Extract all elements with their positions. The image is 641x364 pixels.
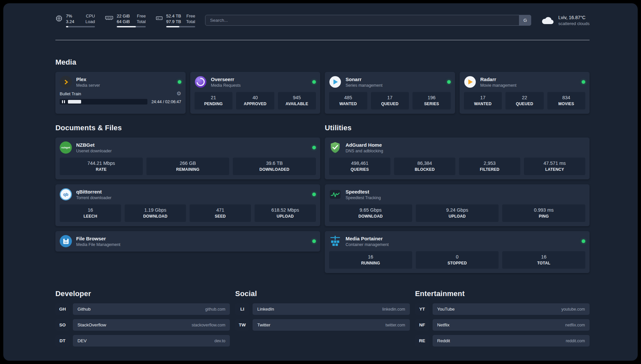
link-twitter[interactable]: TW Twitter twitter.com <box>235 319 410 331</box>
section-title-social: Social <box>235 289 410 298</box>
link-name: StackOverflow <box>77 322 106 327</box>
card-radarr[interactable]: Radarr Movie management 17 WANTED 22 QUE… <box>460 72 590 114</box>
app-name: Speedtest <box>346 189 381 195</box>
hard-drive-icon <box>156 15 163 21</box>
weather-widget[interactable]: Lviv, 16.87°C scattered clouds <box>541 15 590 26</box>
link-pill[interactable]: Reddit reddit.com <box>433 335 590 347</box>
qbittorrent-icon: qb <box>60 188 72 200</box>
card-portainer[interactable]: Media Portainer Container management 16 … <box>325 231 590 273</box>
status-dot <box>312 239 316 243</box>
link-url: reddit.com <box>566 339 585 343</box>
link-url: stackoverflow.com <box>192 323 225 327</box>
card-qbittorrent[interactable]: qb qBittorrent Torrent downloader 16 <box>55 184 320 226</box>
stat-wanted: 17 WANTED <box>464 92 502 109</box>
linkedin-abbr-icon: LI <box>235 303 249 315</box>
card-nzbget[interactable]: nzbget NZBGet Usenet downloader 744.21 M… <box>55 137 320 179</box>
cpu-load-value: 3.24 <box>66 19 74 24</box>
link-name: Reddit <box>437 338 450 343</box>
link-linkedin[interactable]: LI LinkedIn linkedin.com <box>235 303 410 315</box>
disk-total-value: 97.9 TB <box>166 19 181 24</box>
app-description: Torrent downloader <box>76 196 111 200</box>
search-input[interactable] <box>205 15 531 26</box>
app-description: Media File Management <box>76 242 120 247</box>
stat-filtered: 2,953 FILTERED <box>459 158 520 175</box>
disk-usage-bar <box>166 26 195 27</box>
media-grid: Plex Media server Bullet Train ⚙ 24:44 /… <box>55 72 590 114</box>
status-dot <box>178 80 181 84</box>
app-name: AdGuard Home <box>346 142 383 148</box>
documents-files-column: Documents & Files nzbget NZBGet Usenet d… <box>55 124 320 252</box>
developer-section: Developer GH Github github.com SO StackO… <box>55 289 230 347</box>
card-overseerr[interactable]: Overseerr Media Requests 21 PENDING 40 A… <box>190 72 320 114</box>
status-dot <box>312 146 316 149</box>
link-pill[interactable]: YouTube youtube.com <box>433 303 590 315</box>
link-name: YouTube <box>437 307 455 312</box>
cpu-load-label: Load <box>85 19 95 24</box>
stat-downloaded: 39.6 TB DOWNLOADED <box>233 158 316 175</box>
link-stackoverflow[interactable]: SO StackOverflow stackoverflow.com <box>55 319 230 331</box>
link-dev[interactable]: DT DEV dev.to <box>55 335 230 347</box>
stat-series: 196 SERIES <box>412 92 451 109</box>
disk-widget: 52.4 TB Free 97.9 TB Total <box>156 13 195 27</box>
social-section: Social LI LinkedIn linkedin.com TW Twitt… <box>235 289 410 347</box>
cloud-icon <box>541 16 554 25</box>
youtube-abbr-icon: YT <box>415 303 429 315</box>
disk-free-value: 52.4 TB <box>166 13 181 19</box>
app-description: Movie management <box>480 83 517 88</box>
link-pill[interactable]: DEV dev.to <box>73 335 230 347</box>
adguard-icon <box>329 141 341 154</box>
link-pill[interactable]: StackOverflow stackoverflow.com <box>73 319 230 331</box>
stat-pending: 21 PENDING <box>195 92 233 109</box>
search-provider-button[interactable]: G <box>519 15 531 26</box>
link-url: github.com <box>205 307 225 312</box>
memory-total-label: Total <box>137 19 146 24</box>
app-description: DNS and adblocking <box>346 149 383 153</box>
disk-total-label: Total <box>186 19 195 24</box>
playback-progress-bar[interactable] <box>60 99 147 105</box>
app-description: Container management <box>346 242 389 247</box>
link-pill[interactable]: LinkedIn linkedin.com <box>253 303 410 315</box>
cpu-percent: 7% <box>66 13 72 19</box>
filebrowser-icon <box>60 235 72 247</box>
pause-icon[interactable] <box>62 100 65 103</box>
card-plex[interactable]: Plex Media server Bullet Train ⚙ 24:44 /… <box>55 72 186 114</box>
reddit-abbr-icon: RE <box>415 335 429 347</box>
section-title-documents-files: Documents & Files <box>55 124 320 132</box>
link-reddit[interactable]: RE Reddit reddit.com <box>415 335 590 347</box>
card-filebrowser[interactable]: File Browser Media File Management <box>55 231 320 252</box>
link-pill[interactable]: Netflix netflix.com <box>433 319 590 331</box>
card-sonarr[interactable]: Sonarr Series management 485 WANTED 17 Q… <box>325 72 455 114</box>
status-dot <box>447 80 451 84</box>
stat-queued: 22 QUEUED <box>505 92 544 109</box>
app-name: qBittorrent <box>76 189 111 195</box>
dashboard: 7% CPU 3.24 Load 22 GiB <box>3 3 638 361</box>
link-pill[interactable]: Github github.com <box>73 303 230 315</box>
card-adguard[interactable]: AdGuard Home DNS and adblocking 498,461 … <box>325 137 590 179</box>
stat-download: 1.19 Gbps DOWNLOAD <box>125 204 186 222</box>
link-pill[interactable]: Twitter twitter.com <box>253 319 410 331</box>
app-name: Sonarr <box>346 76 382 82</box>
settings-gear-icon[interactable]: ⚙ <box>176 91 181 96</box>
overseerr-meta: Overseerr Media Requests <box>211 76 241 88</box>
topbar-divider <box>55 40 590 40</box>
link-github[interactable]: GH Github github.com <box>55 303 230 315</box>
link-netflix[interactable]: NF Netflix netflix.com <box>415 319 590 331</box>
stat-stopped: 0 STOPPED <box>416 251 499 269</box>
section-title-utilities: Utilities <box>325 124 590 132</box>
link-youtube[interactable]: YT YouTube youtube.com <box>415 303 590 315</box>
stat-upload: 9.24 Gbps UPLOAD <box>416 204 499 222</box>
card-speedtest[interactable]: Speedtest Speedtest Tracking 9.65 Gbps D… <box>325 184 590 226</box>
stat-blocked: 86,384 BLOCKED <box>394 158 455 175</box>
overseerr-icon <box>195 76 207 88</box>
memory-widget: 22 GiB Free 64 GiB Total <box>105 13 146 27</box>
filebrowser-meta: File Browser Media File Management <box>76 236 120 247</box>
status-dot <box>312 80 316 84</box>
sonarr-icon <box>329 76 341 88</box>
cpu-widget: 7% CPU 3.24 Load <box>55 13 95 27</box>
qbittorrent-meta: qBittorrent Torrent downloader <box>76 189 111 200</box>
app-description: Usenet downloader <box>76 149 112 153</box>
stat-wanted: 485 WANTED <box>329 92 367 109</box>
entertainment-section: Entertainment YT YouTube youtube.com NF … <box>415 289 590 347</box>
stat-running: 16 RUNNING <box>329 251 412 269</box>
stat-queued: 17 QUEUED <box>371 92 409 109</box>
